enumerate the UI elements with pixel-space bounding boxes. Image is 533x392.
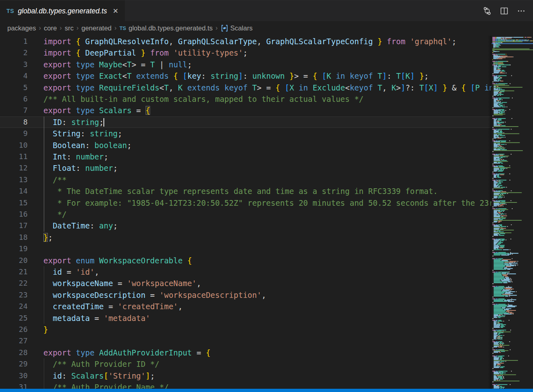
code-text: export enum WorkspaceOrderable { [43,255,192,266]
more-actions-icon[interactable] [514,4,528,18]
code-line[interactable]: 18}; [0,232,492,243]
line-number[interactable]: 23 [0,289,28,301]
code-line[interactable]: 14 * The DateTime scalar type represents… [0,185,492,197]
code-line[interactable]: 24 createdTime = 'createdTime', [0,301,492,312]
breadcrumb-item-src[interactable]: src [64,24,73,32]
code-line[interactable]: 17 DateTime: any; [0,220,492,231]
line-number[interactable]: 17 [0,220,28,231]
line-number[interactable]: 14 [0,185,28,197]
line-number[interactable]: 2 [0,47,28,58]
code-text: workspaceDescription = 'workspaceDescrip… [43,289,266,301]
chevron-right-icon: › [215,24,217,32]
code-line[interactable]: 10 Boolean: boolean; [0,140,492,151]
tab-filename: global.db.types.generated.ts [18,7,107,15]
code-line[interactable]: 19 [0,243,492,254]
code-line[interactable]: 7export type Scalars = { [0,105,492,116]
code-line[interactable]: 13 /** [0,174,492,185]
split-editor-icon[interactable] [497,4,511,18]
line-number[interactable]: 12 [0,162,28,174]
code-lines: 1import { GraphQLResolveInfo, GraphQLSca… [0,36,492,392]
code-editor[interactable]: 1import { GraphQLResolveInfo, GraphQLSca… [0,36,492,392]
code-text: DateTime: any; [43,220,118,231]
code-line[interactable]: 16 */ [0,209,492,220]
code-line[interactable]: 28export type AddAuthProviderInput = { [0,347,492,358]
line-number[interactable]: 21 [0,266,28,278]
line-number[interactable]: 11 [0,151,28,162]
line-number[interactable]: 28 [0,347,28,358]
code-text: export type Exact<T extends { [key: stri… [43,70,429,82]
code-line[interactable]: 1import { GraphQLResolveInfo, GraphQLSca… [0,36,492,47]
line-number[interactable]: 18 [0,232,28,243]
line-number[interactable]: 9 [0,128,28,139]
close-icon[interactable]: ✕ [113,8,118,15]
code-line[interactable]: 5export type RequireFields<T, K extends … [0,82,492,93]
code-line[interactable]: 2import { DeepPartial } from 'utility-ty… [0,47,492,58]
line-number[interactable]: 3 [0,59,28,70]
line-number[interactable]: 10 [0,140,28,151]
line-number[interactable]: 1 [0,36,28,47]
editor-window: TS global.db.types.generated.ts ✕ [0,0,533,392]
line-number[interactable]: 15 [0,197,28,209]
breadcrumb-item-file[interactable]: TSglobal.db.types.generated.ts [119,24,213,32]
line-number[interactable]: 5 [0,82,28,93]
line-number[interactable]: 24 [0,301,28,312]
file-tab[interactable]: TS global.db.types.generated.ts ✕ [0,0,125,22]
line-number[interactable]: 8 [0,116,28,128]
code-line[interactable]: 8 ID: string; [0,116,492,128]
code-text: export type AddAuthProviderInput = { [43,347,211,358]
chevron-right-icon: › [76,24,78,32]
code-line[interactable]: 25 metadata = 'metadata' [0,312,492,324]
line-number[interactable]: 29 [0,358,28,370]
code-line[interactable]: 20export enum WorkspaceOrderable { [0,255,492,266]
code-text: */ [43,209,67,220]
status-bar [0,389,533,392]
line-number[interactable]: 6 [0,93,28,105]
typescript-file-icon: TS [6,8,14,14]
line-number[interactable]: 26 [0,324,28,335]
open-changes-icon[interactable] [480,4,494,18]
code-line[interactable]: 6/** All built-in and custom scalars, ma… [0,93,492,105]
line-number[interactable]: 22 [0,278,28,289]
code-line[interactable]: 3export type Maybe<T> = T | null; [0,59,492,70]
code-text: String: string; [43,128,123,139]
editor-actions [480,0,528,22]
code-line[interactable]: 22 workspaceName = 'workspaceName', [0,278,492,289]
breadcrumb-item-core[interactable]: core [44,24,57,32]
code-line[interactable]: 11 Int: number; [0,151,492,162]
code-text: export type Maybe<T> = T | null; [43,59,192,70]
code-text: import { GraphQLResolveInfo, GraphQLScal… [43,36,456,47]
line-number[interactable]: 13 [0,174,28,185]
matched-bracket: { [146,106,150,115]
code-text: export type RequireFields<T, K extends k… [43,82,492,93]
breadcrumb-item-generated[interactable]: generated [82,24,112,32]
code-line[interactable]: 26} [0,324,492,335]
code-line[interactable]: 12 Float: number; [0,162,492,174]
code-text: }; [43,232,53,243]
matched-bracket: } [43,233,48,242]
symbol-type-icon [221,24,228,32]
typescript-file-icon: TS [119,25,126,31]
code-line[interactable]: 21 id = 'id', [0,266,492,278]
code-line[interactable]: 15 * For example: "1985-04-12T23:20:50.5… [0,197,492,209]
code-text: metadata = 'metadata' [43,312,150,324]
minimap-shadow [488,36,492,392]
code-text: export type Scalars = { [43,105,150,116]
line-number[interactable]: 7 [0,105,28,116]
code-line[interactable]: 23 workspaceDescription = 'workspaceDesc… [0,289,492,301]
line-number[interactable]: 20 [0,255,28,266]
code-line[interactable]: 4export type Exact<T extends { [key: str… [0,70,492,82]
code-line[interactable]: 27 [0,335,492,347]
code-line[interactable]: 30 id: Scalars['String']; [0,370,492,381]
line-number[interactable]: 30 [0,370,28,381]
line-number[interactable]: 27 [0,335,28,347]
line-number[interactable]: 4 [0,70,28,82]
line-number[interactable]: 19 [0,243,28,254]
breadcrumb-item-symbol[interactable]: Scalars [221,24,253,32]
code-text: /** [43,174,67,185]
minimap[interactable] [492,36,533,392]
line-number[interactable]: 25 [0,312,28,324]
line-number[interactable]: 16 [0,209,28,220]
code-line[interactable]: 9 String: string; [0,128,492,139]
code-line[interactable]: 29 /** Auth Provider ID */ [0,358,492,370]
breadcrumb-item-packages[interactable]: packages [7,24,36,32]
